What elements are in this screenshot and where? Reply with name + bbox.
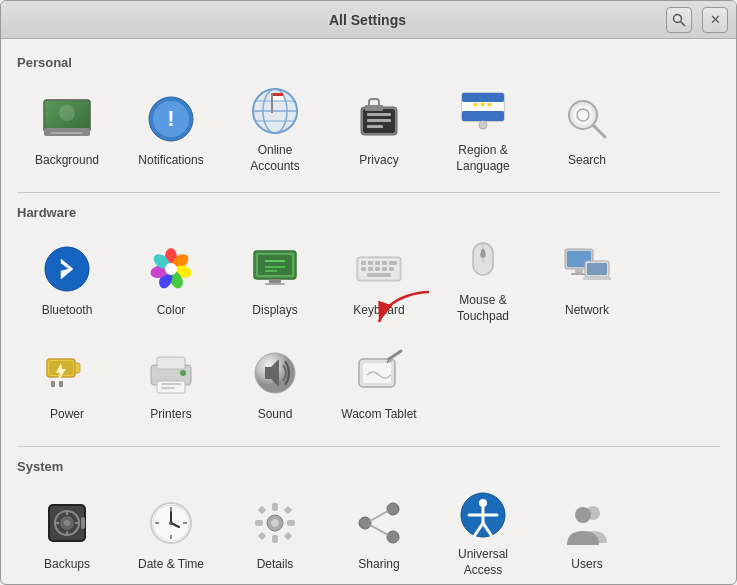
details-icon-area [247,495,303,551]
settings-item-mouse-touchpad[interactable]: Mouse &Touchpad [433,230,533,330]
universal-access-icon-area [455,489,511,541]
svg-point-116 [169,521,173,525]
settings-item-notifications[interactable]: ! Notifications [121,80,221,180]
backups-icon [41,497,93,549]
background-label: Background [35,153,99,169]
settings-item-privacy[interactable]: Privacy [329,80,429,180]
settings-item-bluetooth[interactable]: Bluetooth [17,230,117,330]
settings-item-date-time[interactable]: Date & Time [121,484,221,584]
system-grid: Backups [17,484,720,584]
search-button[interactable] [666,7,692,33]
svg-rect-50 [258,255,292,275]
svg-rect-62 [389,261,397,265]
settings-item-search[interactable]: Search [537,80,637,180]
background-icon [41,93,93,145]
svg-rect-64 [368,267,373,271]
network-icon-area [559,241,615,297]
settings-item-displays[interactable]: Displays [225,230,325,330]
settings-item-sound[interactable]: Sound [225,334,325,434]
svg-rect-5 [51,132,83,134]
svg-rect-119 [272,503,278,511]
search-label: Search [568,153,606,169]
users-icon-area [559,495,615,551]
search-icon [672,13,686,27]
network-icon [561,243,613,295]
privacy-icon-area [351,91,407,147]
svg-point-127 [387,503,399,515]
sound-icon-area [247,345,303,401]
settings-item-universal-access[interactable]: UniversalAccess [433,484,533,584]
svg-rect-16 [271,93,273,113]
mouse-touchpad-icon [457,235,509,287]
svg-rect-122 [287,520,295,526]
divider-personal-hardware [17,192,720,193]
svg-rect-89 [161,383,181,385]
online-accounts-icon-area [247,85,303,137]
window-title: All Settings [69,12,666,28]
settings-item-wacom-tablet[interactable]: Wacom Tablet [329,334,429,434]
settings-item-color[interactable]: Color [121,230,221,330]
svg-point-35 [573,105,593,125]
settings-item-keyboard[interactable]: Keyboard [329,230,429,330]
power-label: Power [50,407,84,423]
online-accounts-icon [249,85,301,137]
svg-rect-84 [51,381,55,387]
date-time-icon-area [143,495,199,551]
settings-content: Personal [1,39,736,584]
region-language-icon: ★★★ [457,85,509,137]
date-time-icon [145,497,197,549]
universal-access-icon [457,489,509,541]
sound-icon [249,347,301,399]
svg-text:!: ! [167,106,174,131]
svg-rect-30 [462,111,504,121]
svg-rect-85 [59,381,63,387]
settings-item-sharing[interactable]: Sharing [329,484,429,584]
keyboard-icon-area [351,241,407,297]
notifications-label: Notifications [138,153,203,169]
settings-item-users[interactable]: Users [537,484,637,584]
svg-rect-107 [81,517,85,529]
date-time-label: Date & Time [138,557,204,573]
svg-line-96 [389,351,401,359]
universal-access-label: UniversalAccess [458,547,508,578]
settings-item-region-language[interactable]: ★★★ Region &Language [433,80,533,180]
bluetooth-label: Bluetooth [42,303,93,319]
settings-item-backups[interactable]: Backups [17,484,117,584]
svg-rect-19 [273,96,283,100]
network-label: Network [565,303,609,319]
svg-line-131 [370,525,388,535]
svg-rect-80 [583,277,611,280]
svg-point-139 [575,507,591,523]
power-icon [41,347,93,399]
color-icon-area [143,241,199,297]
settings-item-printers[interactable]: Printers [121,334,221,434]
wacom-tablet-icon [353,347,405,399]
settings-item-power[interactable]: Power [17,334,117,434]
svg-rect-121 [255,520,263,526]
power-icon-area [39,345,95,401]
backups-label: Backups [44,557,90,573]
svg-rect-120 [272,535,278,543]
settings-item-details[interactable]: Details [225,484,325,584]
svg-rect-66 [382,267,387,271]
section-personal-title: Personal [17,55,720,70]
wacom-tablet-icon-area [351,345,407,401]
settings-item-online-accounts[interactable]: OnlineAccounts [225,80,325,180]
bluetooth-icon [41,243,93,295]
settings-item-background[interactable]: Background [17,80,117,180]
svg-point-0 [674,14,682,22]
svg-point-118 [271,519,279,527]
svg-rect-126 [284,532,292,540]
sharing-icon-area [351,495,407,551]
displays-icon-area [247,241,303,297]
bluetooth-icon-area [39,241,95,297]
svg-rect-33 [481,121,485,123]
svg-rect-26 [365,105,383,111]
color-label: Color [157,303,186,319]
details-label: Details [257,557,294,573]
svg-point-102 [64,520,70,526]
settings-item-network[interactable]: Network [537,230,637,330]
displays-icon [249,243,301,295]
svg-rect-61 [382,261,387,265]
close-button[interactable]: ✕ [702,7,728,33]
